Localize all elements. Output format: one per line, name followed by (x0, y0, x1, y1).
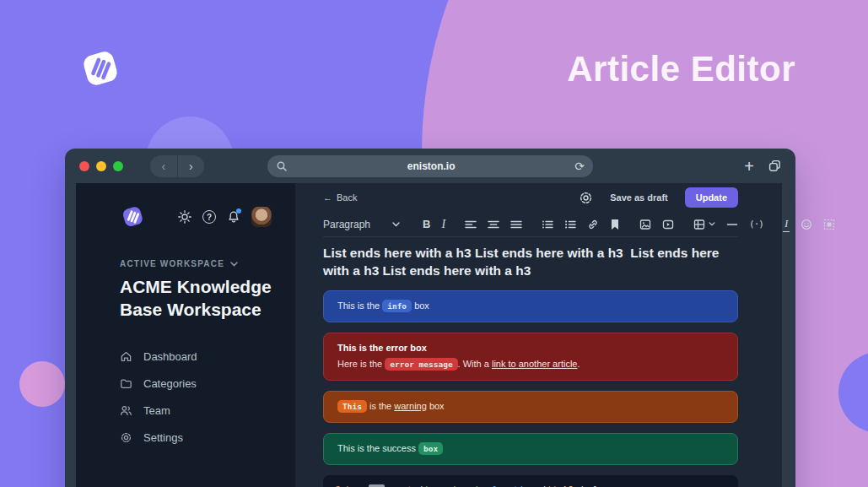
article-settings-icon[interactable] (579, 191, 593, 205)
editor-toolbar: Paragraph B I (323, 212, 738, 237)
warning-code-badge: This (337, 400, 367, 413)
update-button[interactable]: Update (685, 187, 738, 208)
sidebar-item-label: Categories (143, 377, 197, 390)
new-tab-button[interactable]: + (744, 158, 754, 175)
browser-forward-button[interactable]: › (178, 155, 205, 177)
error-code-badge: error message (385, 358, 457, 371)
bullet-list-button[interactable] (542, 219, 553, 230)
success-box[interactable]: This is the success box (323, 433, 738, 465)
bold-button[interactable]: B (423, 218, 430, 230)
align-left-button[interactable] (465, 219, 477, 230)
decor-circle-pink-left (19, 361, 65, 407)
browser-chrome: ‹ › eniston.io ⟳ + (65, 149, 795, 183)
browser-nav-buttons: ‹ › (150, 155, 204, 177)
emoji-button[interactable] (801, 219, 812, 230)
sidebar-item-settings[interactable]: Settings (120, 425, 272, 452)
info-text: This is the (337, 300, 382, 311)
browser-window: ‹ › eniston.io ⟳ + (65, 149, 795, 487)
sidebar-item-team[interactable]: Team (120, 398, 272, 425)
horizontal-rule-button[interactable] (726, 219, 738, 230)
code-line-1: Schema::create('sessions', function ($ta… (335, 483, 726, 487)
eniston-logo-icon (76, 44, 125, 93)
tabs-overview-icon[interactable] (768, 160, 781, 172)
success-text: This is the success (337, 443, 418, 453)
align-justify-button[interactable] (510, 219, 522, 230)
info-box[interactable]: This is the info box (323, 290, 738, 322)
browser-back-button[interactable]: ‹ (150, 155, 178, 177)
window-controls (79, 161, 123, 171)
error-box[interactable]: This is the error box Here is the error … (323, 333, 738, 381)
success-code-badge: box (418, 442, 443, 455)
help-icon[interactable]: ? (202, 210, 216, 224)
table-icon (693, 219, 705, 230)
error-text-mid: . With a (458, 359, 492, 369)
notifications-bell-icon[interactable] (227, 210, 240, 224)
address-bar[interactable]: eniston.io ⟳ (267, 155, 593, 177)
shortcode-button[interactable]: (·) (749, 219, 763, 230)
chevron-down-icon (709, 222, 715, 226)
save-as-draft-button[interactable]: Save as draft (610, 192, 667, 203)
team-icon (120, 404, 132, 417)
app-page: ? ACTIVE WORKSPACE (76, 183, 782, 487)
workspace-name: ACME Knowledge Base Workspace (120, 276, 272, 322)
editor-main: ← Back Save as draft Update (295, 183, 782, 487)
editor-content: List ends here with a h3 List ends here … (323, 237, 738, 487)
workspace-logo-icon[interactable] (120, 203, 147, 230)
info-text-end: box (412, 300, 429, 311)
url-text: eniston.io (288, 160, 574, 172)
page-title: Article Editor (567, 49, 795, 89)
error-text-end: . (577, 359, 580, 369)
paragraph-style-label: Paragraph (323, 219, 370, 230)
italic-button[interactable]: I (441, 218, 445, 231)
back-link[interactable]: ← Back (323, 192, 357, 203)
warning-text-end: box (427, 401, 445, 411)
info-code-badge: info (382, 300, 412, 312)
sidebar-nav: Dashboard Categories Team (120, 344, 272, 452)
sidebar-item-label: Dashboard (143, 350, 197, 363)
sidebar-item-categories[interactable]: Categories (120, 371, 272, 398)
minimize-window-button[interactable] (96, 161, 106, 171)
sidebar-item-dashboard[interactable]: Dashboard (120, 344, 272, 371)
browser-chrome-right: + (744, 158, 781, 175)
code-block[interactable]: Schema::create('sessions', function ($ta… (323, 475, 738, 487)
close-window-button[interactable] (79, 161, 89, 171)
theme-toggle-icon[interactable] (178, 210, 191, 224)
error-box-title: This is the error box (337, 342, 724, 355)
error-box-body: Here is the error message. With a link t… (337, 358, 724, 371)
sidebar-item-label: Settings (143, 431, 183, 444)
sidebar: ? ACTIVE WORKSPACE (76, 183, 295, 487)
gear-icon (120, 431, 132, 444)
home-icon (120, 350, 132, 363)
article-heading[interactable]: List ends here with a h3 List ends here … (323, 245, 738, 280)
sidebar-item-label: Team (143, 404, 170, 417)
editor-topbar: ← Back Save as draft Update (323, 183, 738, 212)
back-label: Back (337, 192, 357, 203)
bookmark-button[interactable] (610, 219, 620, 230)
warning-underlined-word: warning (394, 401, 427, 411)
warning-box[interactable]: This is the warning box (323, 391, 738, 423)
folder-icon (120, 377, 132, 390)
align-center-button[interactable] (488, 219, 499, 230)
notification-dot (236, 208, 241, 214)
chevron-down-icon (230, 262, 238, 267)
table-dropdown-button[interactable] (693, 219, 715, 230)
video-button[interactable] (662, 219, 674, 230)
refresh-icon[interactable]: ⟳ (574, 160, 585, 173)
embed-button[interactable] (823, 219, 835, 230)
arrow-left-icon: ← (323, 192, 332, 203)
image-button[interactable] (639, 219, 651, 230)
maximize-window-button[interactable] (113, 161, 123, 171)
paragraph-style-dropdown[interactable]: Paragraph (323, 219, 400, 230)
clear-format-button[interactable]: I (783, 217, 790, 232)
workspace-switcher[interactable]: ACTIVE WORKSPACE (120, 259, 272, 268)
error-article-link[interactable]: link to another article (492, 359, 578, 369)
link-button[interactable] (587, 219, 599, 230)
chevron-down-icon (392, 222, 400, 227)
avatar[interactable] (251, 207, 272, 227)
error-text: Here is the (337, 359, 385, 369)
search-icon (276, 160, 288, 172)
warning-text: is the (367, 401, 394, 411)
ordered-list-button[interactable] (564, 219, 576, 230)
clear-format-glyph: I (783, 217, 790, 232)
workspace-switcher-label: ACTIVE WORKSPACE (120, 259, 224, 268)
